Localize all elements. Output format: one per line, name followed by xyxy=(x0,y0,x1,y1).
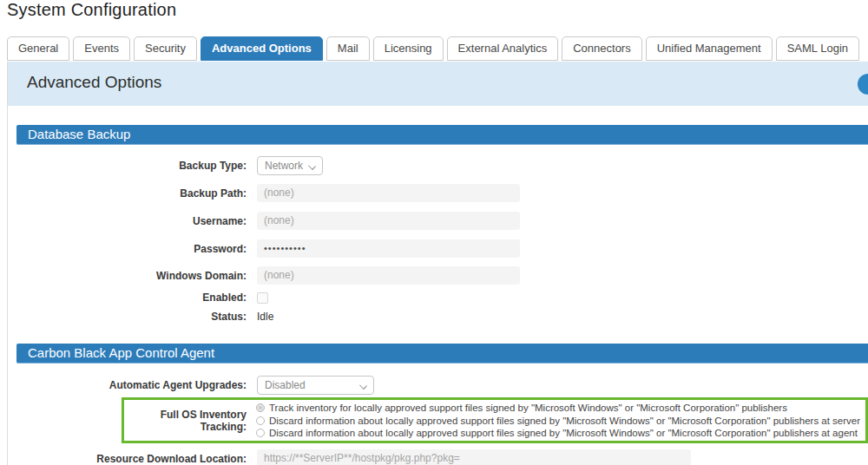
system-configuration-page: System Configuration General Events Secu… xyxy=(0,0,868,465)
full-os-inventory-tracking-label: Full OS Inventory Tracking: xyxy=(124,409,247,433)
inventory-option-track: Track inventory for locally approved sup… xyxy=(256,402,865,415)
status-value: Idle xyxy=(257,311,273,323)
windows-domain-row: Windows Domain: (none) xyxy=(8,266,868,285)
username-input[interactable]: (none) xyxy=(257,212,520,230)
advanced-options-panel: Advanced Options Database Backup Backup … xyxy=(7,62,868,465)
tab-advanced-options[interactable]: Advanced Options xyxy=(201,36,323,61)
radio-button[interactable] xyxy=(256,416,265,425)
tab-unified-management[interactable]: Unified Management xyxy=(646,36,773,61)
username-row: Username: (none) xyxy=(8,212,868,230)
windows-domain-input[interactable]: (none) xyxy=(257,266,520,285)
inventory-option-discard-server-label: Discard information about locally approv… xyxy=(269,416,860,426)
backup-type-row: Backup Type: Network xyxy=(8,155,868,176)
panel-header-band: Advanced Options xyxy=(8,62,868,106)
backup-path-input[interactable]: (none) xyxy=(257,184,520,202)
resource-download-location-input[interactable]: https://**ServerIP**/hostpkg/pkg.php?pkg… xyxy=(257,449,691,465)
tab-bar: General Events Security Advanced Options… xyxy=(7,36,863,61)
inventory-option-discard-server: Discard information about locally approv… xyxy=(256,414,865,427)
resource-download-location-label: Resource Download Location: xyxy=(8,453,247,465)
help-icon[interactable] xyxy=(858,74,868,95)
resource-download-location-row: Resource Download Location: https://**Se… xyxy=(8,449,868,465)
automatic-agent-upgrades-select[interactable]: Disabled xyxy=(257,376,374,395)
enabled-checkbox[interactable] xyxy=(257,292,268,304)
radio-button[interactable] xyxy=(256,429,265,437)
enabled-row: Enabled: xyxy=(8,291,868,305)
chevron-down-icon xyxy=(359,382,367,390)
chevron-down-icon xyxy=(308,162,316,170)
section-header-agent: Carbon Black App Control Agent xyxy=(16,344,868,363)
inventory-option-discard-agent-label: Discard information about locally approv… xyxy=(269,428,858,438)
page-title: System Configuration xyxy=(7,0,176,20)
backup-type-select[interactable]: Network xyxy=(257,156,323,175)
password-row: Password: •••••••••• xyxy=(8,239,868,258)
section-header-database-backup: Database Backup xyxy=(16,125,868,145)
radio-button-selected[interactable] xyxy=(256,403,265,412)
automatic-agent-upgrades-row: Automatic Agent Upgrades: Disabled xyxy=(8,375,868,396)
tab-saml-login[interactable]: SAML Login xyxy=(776,36,859,61)
full-os-inventory-tracking-options: Track inventory for locally approved sup… xyxy=(256,402,865,440)
password-label: Password: xyxy=(8,243,247,255)
username-label: Username: xyxy=(8,215,247,227)
panel-title: Advanced Options xyxy=(27,73,161,92)
automatic-agent-upgrades-value: Disabled xyxy=(265,379,306,391)
windows-domain-label: Windows Domain: xyxy=(8,270,247,282)
password-input[interactable]: •••••••••• xyxy=(257,239,520,258)
tab-mail[interactable]: Mail xyxy=(326,36,370,61)
inventory-option-discard-agent: Discard information about locally approv… xyxy=(256,427,865,440)
tab-licensing[interactable]: Licensing xyxy=(373,36,444,61)
tab-connectors[interactable]: Connectors xyxy=(562,36,641,61)
tab-security[interactable]: Security xyxy=(134,36,197,61)
enabled-label: Enabled: xyxy=(8,291,247,304)
status-label: Status: xyxy=(8,311,247,323)
inventory-option-track-label: Track inventory for locally approved sup… xyxy=(269,403,787,413)
full-os-inventory-tracking-highlight: Full OS Inventory Tracking: Track invent… xyxy=(122,397,868,443)
tab-general[interactable]: General xyxy=(7,36,69,61)
backup-type-label: Backup Type: xyxy=(8,160,247,172)
tab-events[interactable]: Events xyxy=(73,36,130,61)
backup-path-label: Backup Path: xyxy=(8,187,247,200)
backup-path-row: Backup Path: (none) xyxy=(8,184,868,202)
backup-type-value: Network xyxy=(265,160,303,172)
automatic-agent-upgrades-label: Automatic Agent Upgrades: xyxy=(8,379,247,391)
status-row: Status: Idle xyxy=(8,310,868,324)
tab-external-analytics[interactable]: External Analytics xyxy=(447,36,559,61)
